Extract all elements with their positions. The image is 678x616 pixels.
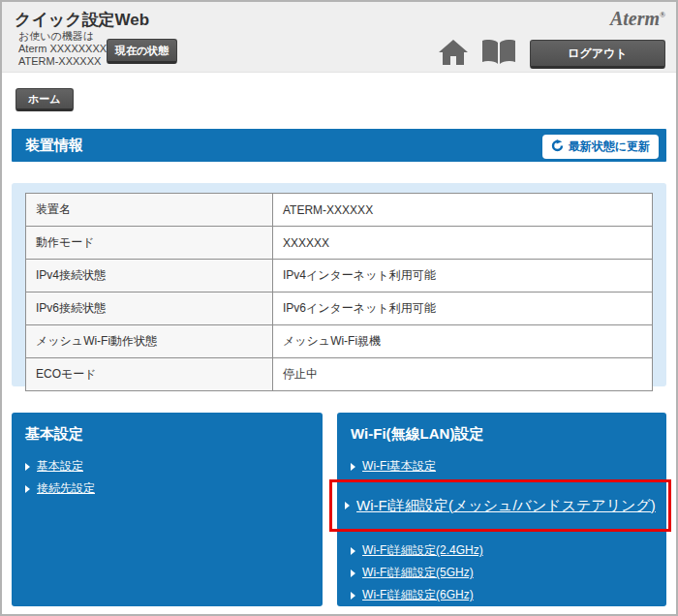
table-row: ECOモード 停止中	[26, 358, 653, 391]
link-wifi-basic-settings[interactable]: Wi-Fi基本設定	[362, 458, 436, 475]
device-model: Aterm XXXXXXXX	[18, 43, 107, 55]
triangle-right-icon	[351, 570, 355, 577]
row-label: 装置名	[26, 194, 273, 227]
basic-settings-links: 基本設定 接続先設定	[25, 458, 95, 503]
book-icon[interactable]	[481, 40, 516, 69]
link-wifi-detail-mesh-bandsteering[interactable]: Wi-Fi詳細設定(メッシュ/バンドステアリング)	[356, 497, 656, 515]
settings-panels: 基本設定 基本設定 接続先設定 Wi-Fi(無線LAN)設定 Wi-Fi基本設定	[12, 413, 666, 606]
highlight-red-box: Wi-Fi詳細設定(メッシュ/バンドステアリング)	[329, 479, 671, 532]
wifi-links-top: Wi-Fi基本設定	[351, 458, 436, 480]
wifi-links-bottom: Wi-Fi詳細設定(2.4GHz) Wi-Fi詳細設定(5GHz) Wi-Fi詳…	[351, 542, 483, 609]
link-connection-settings[interactable]: 接続先設定	[37, 480, 95, 497]
section-title: 装置情報	[12, 137, 83, 155]
home-button[interactable]: ホーム	[15, 88, 74, 111]
list-item: Wi-Fi詳細設定(2.4GHz)	[351, 542, 483, 559]
table-row: 動作モード XXXXXX	[26, 227, 653, 260]
refresh-button-label: 最新状態に更新	[569, 139, 650, 155]
triangle-right-icon	[25, 485, 30, 493]
row-label: 動作モード	[26, 227, 273, 260]
list-item: Wi-Fi詳細設定(6GHz)	[351, 587, 483, 603]
row-value: 停止中	[273, 358, 653, 391]
panel-title: 基本設定	[25, 425, 83, 444]
triangle-right-icon	[351, 592, 355, 600]
row-label: IPv6接続状態	[26, 293, 273, 325]
refresh-icon	[551, 139, 564, 155]
table-row: IPv6接続状態 IPv6インターネット利用可能	[26, 293, 653, 325]
link-wifi-detail-5ghz[interactable]: Wi-Fi詳細設定(5GHz)	[362, 565, 474, 581]
link-wifi-detail-6ghz[interactable]: Wi-Fi詳細設定(6GHz)	[362, 587, 474, 603]
device-note: お使いの機器は	[18, 30, 107, 43]
device-name: ATERM-XXXXXX	[18, 55, 107, 68]
row-value: IPv6インターネット利用可能	[273, 293, 653, 325]
table-row: IPv4接続状態 IPv4インターネット利用可能	[26, 260, 653, 293]
row-label: メッシュWi-Fi動作状態	[26, 325, 273, 358]
row-value: IPv4インターネット利用可能	[273, 260, 653, 293]
table-row: メッシュWi-Fi動作状態 メッシュWi-Fi親機	[26, 325, 653, 358]
row-label: ECOモード	[26, 358, 273, 391]
device-info: お使いの機器は Aterm XXXXXXXX ATERM-XXXXXX	[18, 30, 107, 68]
refresh-button[interactable]: 最新状態に更新	[542, 135, 659, 159]
triangle-right-icon	[351, 463, 355, 471]
basic-settings-panel: 基本設定 基本設定 接続先設定	[12, 413, 323, 606]
quick-setup-web-window: クイック設定Web お使いの機器は Aterm XXXXXXXX ATERM-X…	[0, 0, 678, 616]
link-basic-settings[interactable]: 基本設定	[37, 458, 83, 475]
device-info-section-bar: 装置情報 最新状態に更新	[12, 129, 666, 162]
list-item: Wi-Fi詳細設定(5GHz)	[351, 565, 483, 581]
table-row: 装置名 ATERM-XXXXXX	[26, 194, 653, 227]
list-item: Wi-Fi基本設定	[351, 458, 436, 475]
app-title: クイック設定Web	[15, 9, 149, 31]
row-value: メッシュWi-Fi親機	[273, 325, 653, 358]
header-actions: ログアウト	[439, 40, 665, 69]
list-item: 接続先設定	[25, 480, 95, 497]
device-info-table: 装置名 ATERM-XXXXXX 動作モード XXXXXX IPv4接続状態 I…	[25, 193, 653, 391]
link-wifi-detail-24ghz[interactable]: Wi-Fi詳細設定(2.4GHz)	[362, 542, 483, 559]
aterm-logo: Aterm®	[610, 8, 665, 30]
panel-title: Wi-Fi(無線LAN)設定	[351, 425, 483, 444]
wifi-settings-panel: Wi-Fi(無線LAN)設定 Wi-Fi基本設定 Wi-Fi詳細設定(メッシュ/…	[337, 413, 666, 606]
row-value: XXXXXX	[273, 227, 653, 260]
header: クイック設定Web お使いの機器は Aterm XXXXXXXX ATERM-X…	[2, 2, 676, 73]
triangle-right-icon	[25, 463, 30, 471]
row-label: IPv4接続状態	[26, 260, 273, 293]
row-value: ATERM-XXXXXX	[273, 194, 653, 227]
home-icon[interactable]	[439, 40, 468, 69]
registered-mark: ®	[660, 11, 665, 19]
logout-button[interactable]: ログアウト	[530, 40, 665, 69]
triangle-right-icon	[345, 502, 350, 509]
list-item: 基本設定	[25, 458, 95, 475]
current-status-button[interactable]: 現在の状態	[107, 39, 177, 64]
device-info-panel: 装置名 ATERM-XXXXXX 動作モード XXXXXX IPv4接続状態 I…	[12, 183, 666, 386]
triangle-right-icon	[351, 547, 355, 555]
